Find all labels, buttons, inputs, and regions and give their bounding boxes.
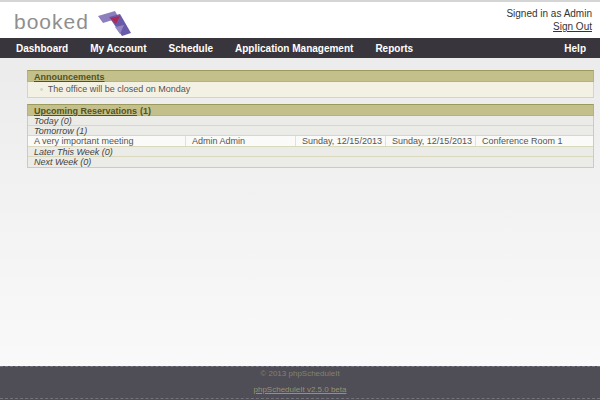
footer-text-block: © 2013 phpScheduleIt phpScheduleIt v2.5.… xyxy=(0,367,600,399)
bullet-icon: ◦ xyxy=(40,85,43,94)
reservation-end-time: Sunday, 12/15/2013 12:00 PM xyxy=(386,136,476,146)
app-header: booked Signed in as Admin Sign Out xyxy=(0,2,600,38)
app-logo-text: booked xyxy=(14,10,89,34)
announcements-title[interactable]: Announcements xyxy=(34,72,105,82)
announcement-item: The office will be closed on Monday xyxy=(48,84,190,94)
reservation-start-time: Sunday, 12/15/2013 10:00 AM xyxy=(296,136,386,146)
app-logo-link[interactable]: booked xyxy=(14,8,131,36)
nav-item-schedule[interactable]: Schedule xyxy=(169,43,213,54)
reservation-user: Admin Admin xyxy=(186,136,296,146)
app-footer: © 2013 phpScheduleIt phpScheduleIt v2.5.… xyxy=(0,366,600,400)
reservation-group-today: Today (0) xyxy=(28,116,593,126)
reservations-list: Today (0) Tomorrow (1) A very important … xyxy=(27,116,594,168)
nav-item-reports[interactable]: Reports xyxy=(375,43,413,54)
reservations-section-header: Upcoming Reservations(1) xyxy=(27,104,594,116)
main-nav: Dashboard My Account Schedule Applicatio… xyxy=(0,38,600,58)
reservation-title: A very important meeting xyxy=(28,136,186,146)
sign-out-link[interactable]: Sign Out xyxy=(553,21,592,32)
booked-origami-bird-icon xyxy=(97,8,131,36)
announcements-section-header: Announcements xyxy=(27,70,594,82)
nav-item-dashboard[interactable]: Dashboard xyxy=(16,43,68,54)
reservation-group-next-week: Next Week (0) xyxy=(28,157,593,167)
dashboard-content: Announcements ◦The office will be closed… xyxy=(27,70,594,168)
announcement-list: ◦The office will be closed on Monday xyxy=(27,82,594,98)
nav-item-help[interactable]: Help xyxy=(564,43,586,54)
reservation-group-tomorrow: Tomorrow (1) xyxy=(28,126,593,136)
signed-in-status: Signed in as Admin xyxy=(506,7,592,20)
nav-item-my-account[interactable]: My Account xyxy=(90,43,146,54)
reservation-group-later-this-week: Later This Week (0) xyxy=(28,147,593,157)
nav-item-application-management[interactable]: Application Management xyxy=(235,43,353,54)
reservation-row[interactable]: A very important meeting Admin Admin Sun… xyxy=(28,136,593,147)
reservations-count: (1) xyxy=(140,106,151,116)
footer-version-link[interactable]: phpScheduleIt v2.5.0 beta xyxy=(254,385,347,394)
footer-copyright: © 2013 phpScheduleIt xyxy=(0,369,600,378)
reservations-title[interactable]: Upcoming Reservations xyxy=(34,106,137,116)
reservation-resource: Conference Room 1 xyxy=(476,136,593,146)
